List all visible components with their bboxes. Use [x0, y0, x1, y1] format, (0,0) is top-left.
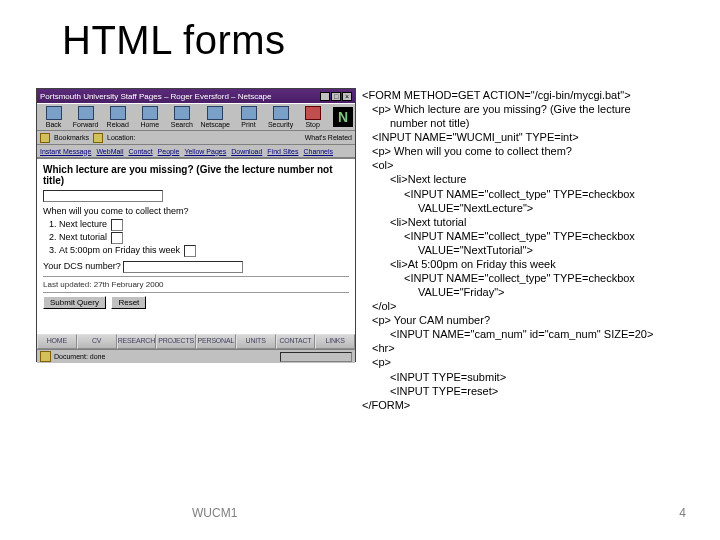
form-heading: Which lecture are you missing? (Give the…	[43, 164, 349, 186]
footer-label: WUCM1	[192, 506, 237, 520]
tab[interactable]: LINKS	[315, 334, 355, 349]
quicklink[interactable]: Yellow Pages	[184, 148, 226, 155]
location-label: Location:	[107, 134, 135, 141]
code-line: <INPUT NAME="collect_type" TYPE=checkbox	[362, 271, 700, 285]
tab[interactable]: CV	[77, 334, 117, 349]
status-icon	[40, 351, 51, 362]
quicklinks-bar: Instant Message WebMail Contact People Y…	[37, 145, 355, 158]
status-bar: Document: done	[37, 349, 355, 363]
quicklink[interactable]: People	[158, 148, 180, 155]
slide: HTML forms Portsmouth University Staff P…	[0, 0, 720, 540]
tab[interactable]: PERSONAL	[196, 334, 236, 349]
code-line: <INPUT NAME="collect_type" TYPE=checkbox	[362, 187, 700, 201]
quicklink[interactable]: WebMail	[96, 148, 123, 155]
quicklink[interactable]: Download	[231, 148, 262, 155]
forward-icon	[78, 106, 94, 120]
site-tabs: HOME CV RESEARCH PROJECTS PERSONAL UNITS…	[37, 333, 355, 349]
code-line: <INPUT TYPE=reset>	[362, 384, 700, 398]
code-line: <ol>	[362, 158, 700, 172]
stop-icon	[305, 106, 321, 120]
divider	[43, 292, 349, 293]
code-listing: <FORM METHOD=GET ACTION="/cgi-bin/mycgi.…	[362, 88, 700, 412]
code-line: </FORM>	[362, 398, 700, 412]
code-line: <INPUT TYPE=submit>	[362, 370, 700, 384]
main-toolbar: Back Forward Reload Home Search Netscape…	[37, 103, 355, 131]
quicklink[interactable]: Contact	[128, 148, 152, 155]
code-line: <hr>	[362, 341, 700, 355]
whats-related[interactable]: What's Related	[305, 134, 352, 141]
location-icon	[93, 133, 103, 143]
quicklink[interactable]: Find Sites	[267, 148, 298, 155]
page-content: Which lecture are you missing? (Give the…	[37, 158, 355, 333]
back-icon	[46, 106, 62, 120]
tab[interactable]: HOME	[37, 334, 77, 349]
bookmarks-label[interactable]: Bookmarks	[54, 134, 89, 141]
print-icon	[241, 106, 257, 120]
code-line: <p> Which lecture are you missing? (Give…	[362, 102, 700, 116]
code-line: <p>	[362, 355, 700, 369]
tab[interactable]: RESEARCH	[117, 334, 157, 349]
code-line: VALUE="Friday">	[362, 285, 700, 299]
code-line: <INPUT NAME="collect_type" TYPE=checkbox	[362, 229, 700, 243]
dcs-input[interactable]	[123, 261, 243, 273]
search-icon	[174, 106, 190, 120]
checkbox[interactable]	[184, 245, 196, 257]
code-line: <p> Your CAM number?	[362, 313, 700, 327]
search-button[interactable]: Search	[167, 104, 196, 130]
status-text: Document: done	[54, 353, 105, 360]
submit-button[interactable]: Submit Query	[43, 296, 106, 309]
progress-bar	[280, 352, 352, 362]
tab[interactable]: UNITS	[236, 334, 276, 349]
page-number: 4	[679, 506, 686, 520]
quicklink[interactable]: Instant Message	[40, 148, 91, 155]
netscape-logo: N	[333, 107, 353, 127]
slide-title: HTML forms	[62, 18, 286, 63]
code-line: <p> When will you come to collect them?	[362, 144, 700, 158]
reset-button[interactable]: Reset	[111, 296, 146, 309]
stop-button[interactable]: Stop	[298, 104, 327, 130]
list-item: At 5:00pm on Friday this week	[59, 245, 349, 257]
netscape-icon	[207, 106, 223, 120]
window-title: Portsmouth University Staff Pages – Roge…	[40, 92, 272, 101]
checkbox[interactable]	[111, 219, 123, 231]
code-line: number not title)	[362, 116, 700, 130]
bookmarks-bar: Bookmarks Location: What's Related	[37, 131, 355, 145]
last-updated: Last updated: 27th February 2000	[43, 280, 349, 289]
code-line: <li>Next tutorial	[362, 215, 700, 229]
code-line: <li>At 5:00pm on Friday this week	[362, 257, 700, 271]
home-button[interactable]: Home	[135, 104, 164, 130]
code-line: <li>Next lecture	[362, 172, 700, 186]
security-button[interactable]: Security	[266, 104, 295, 130]
code-line: VALUE="NextLecture">	[362, 201, 700, 215]
back-button[interactable]: Back	[39, 104, 68, 130]
lecture-input[interactable]	[43, 190, 163, 202]
code-line: <FORM METHOD=GET ACTION="/cgi-bin/mycgi.…	[362, 88, 700, 102]
list-item: Next lecture	[59, 219, 349, 231]
bookmarks-icon	[40, 133, 50, 143]
tab[interactable]: PROJECTS	[156, 334, 196, 349]
netscape-button[interactable]: Netscape	[199, 104, 231, 130]
titlebar: Portsmouth University Staff Pages – Roge…	[37, 89, 355, 103]
minimize-icon[interactable]: _	[320, 92, 330, 101]
tab[interactable]: CONTACT	[276, 334, 316, 349]
maximize-icon[interactable]: □	[331, 92, 341, 101]
code-line: </ol>	[362, 299, 700, 313]
browser-window: Portsmouth University Staff Pages – Roge…	[36, 88, 356, 362]
forward-button[interactable]: Forward	[71, 104, 100, 130]
question-3: Your DCS number?	[43, 261, 349, 273]
home-icon	[142, 106, 158, 120]
code-line: VALUE="NextTutorial">	[362, 243, 700, 257]
code-line: <INPUT NAME="cam_num" id="cam_num" SIZE=…	[362, 327, 700, 341]
question-2: When will you come to collect them?	[43, 206, 349, 216]
print-button[interactable]: Print	[234, 104, 263, 130]
quicklink[interactable]: Channels	[303, 148, 333, 155]
lock-icon	[273, 106, 289, 120]
checkbox[interactable]	[111, 232, 123, 244]
close-icon[interactable]: ×	[342, 92, 352, 101]
code-line: <INPUT NAME="WUCMI_unit" TYPE=int>	[362, 130, 700, 144]
divider	[43, 276, 349, 277]
reload-button[interactable]: Reload	[103, 104, 132, 130]
reload-icon	[110, 106, 126, 120]
list-item: Next tutorial	[59, 232, 349, 244]
